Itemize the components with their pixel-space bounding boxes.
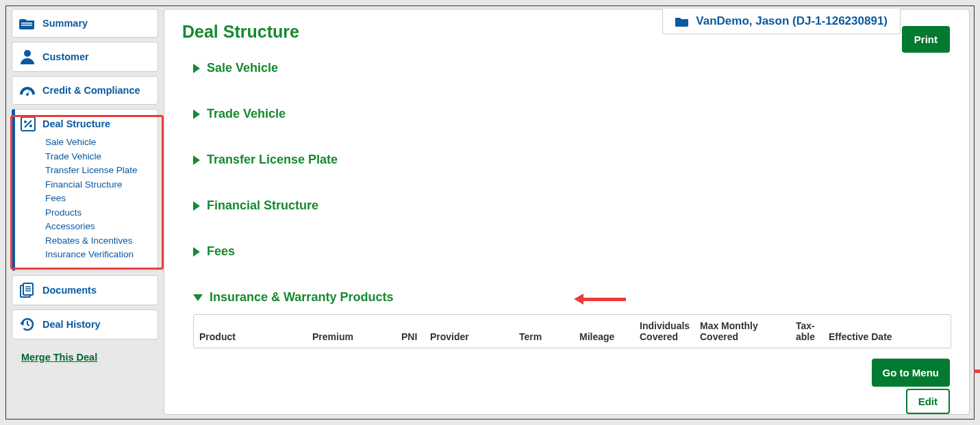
sidebar-item-label: Deal History bbox=[42, 319, 101, 330]
merge-deal-link[interactable]: Merge This Deal bbox=[21, 352, 97, 363]
sidebar-sub-insurance-verification[interactable]: Insurance Verification bbox=[45, 248, 149, 262]
deal-badge[interactable]: VanDemo, Jason (DJ-1-126230891) bbox=[662, 9, 901, 34]
section-title: Fees bbox=[207, 244, 235, 259]
svg-rect-0 bbox=[21, 23, 32, 24]
caret-right-icon bbox=[193, 247, 200, 257]
th-effective-date: Effective Date bbox=[829, 331, 931, 342]
section-insurance-warranty[interactable]: Insurance & Warranty Products bbox=[182, 290, 951, 305]
th-product: Product bbox=[199, 331, 312, 342]
section-transfer-license[interactable]: Transfer License Plate bbox=[182, 153, 951, 167]
deal-icon bbox=[21, 116, 36, 131]
sidebar: Summary Customer Credit & Compliance Dea… bbox=[6, 6, 162, 419]
sidebar-sub-products[interactable]: Products bbox=[45, 206, 149, 220]
th-max-monthly-covered: Max Monthly Covered bbox=[700, 320, 796, 342]
main-panel: VanDemo, Jason (DJ-1-126230891) Print De… bbox=[164, 9, 970, 415]
th-provider: Provider bbox=[430, 331, 519, 342]
products-table: Product Premium PNI Provider Term Mileag… bbox=[193, 314, 951, 348]
caret-right-icon bbox=[193, 64, 200, 73]
annotation-arrow-right bbox=[974, 366, 980, 376]
svg-point-3 bbox=[26, 93, 29, 96]
section-title: Financial Structure bbox=[207, 198, 318, 213]
sidebar-item-deal-history[interactable]: Deal History bbox=[12, 309, 158, 339]
sidebar-item-label: Deal Structure bbox=[42, 118, 110, 129]
sidebar-item-label: Documents bbox=[42, 285, 97, 296]
section-fees[interactable]: Fees bbox=[182, 244, 951, 259]
th-premium: Premium bbox=[312, 331, 401, 342]
section-trade-vehicle[interactable]: Trade Vehicle bbox=[182, 107, 951, 121]
section-title: Insurance & Warranty Products bbox=[210, 290, 393, 305]
caret-right-icon bbox=[193, 110, 200, 119]
caret-right-icon bbox=[193, 155, 200, 165]
sidebar-item-label: Credit & Compliance bbox=[42, 85, 140, 96]
sidebar-item-summary[interactable]: Summary bbox=[12, 9, 158, 38]
gauge-icon bbox=[19, 83, 36, 97]
section-title: Trade Vehicle bbox=[207, 107, 286, 121]
th-pni: PNI bbox=[401, 331, 430, 342]
sidebar-sub-trade-vehicle[interactable]: Trade Vehicle bbox=[45, 150, 149, 164]
sidebar-item-deal-structure[interactable]: Deal Structure Sale Vehicle Trade Vehicl… bbox=[12, 109, 158, 271]
edit-button[interactable]: Edit bbox=[906, 389, 950, 414]
folder-open-icon bbox=[675, 16, 689, 27]
sidebar-item-credit[interactable]: Credit & Compliance bbox=[12, 76, 158, 105]
caret-down-icon bbox=[193, 294, 203, 301]
sidebar-sub-sale-vehicle[interactable]: Sale Vehicle bbox=[45, 136, 149, 150]
history-icon bbox=[19, 317, 36, 332]
deal-badge-label: VanDemo, Jason (DJ-1-126230891) bbox=[696, 14, 888, 28]
sidebar-item-customer[interactable]: Customer bbox=[12, 42, 158, 72]
sidebar-sub-fees[interactable]: Fees bbox=[45, 192, 149, 206]
sidebar-item-documents[interactable]: Documents bbox=[12, 275, 158, 305]
sidebar-sub-list: Sale Vehicle Trade Vehicle Transfer Lice… bbox=[21, 136, 149, 262]
th-term: Term bbox=[519, 331, 579, 342]
svg-rect-1 bbox=[21, 25, 32, 26]
svg-point-6 bbox=[29, 125, 32, 127]
folder-icon bbox=[19, 16, 36, 30]
sidebar-sub-transfer-license[interactable]: Transfer License Plate bbox=[45, 164, 149, 178]
print-button[interactable]: Print bbox=[902, 26, 950, 53]
person-icon bbox=[19, 49, 36, 64]
sidebar-sub-accessories[interactable]: Accessories bbox=[45, 220, 149, 234]
table-header-row: Product Premium PNI Provider Term Mileag… bbox=[194, 315, 951, 348]
section-financial-structure[interactable]: Financial Structure bbox=[182, 198, 951, 213]
svg-point-5 bbox=[24, 120, 27, 123]
sidebar-sub-rebates[interactable]: Rebates & Incentives bbox=[45, 234, 149, 248]
go-to-menu-button[interactable]: Go to Menu bbox=[872, 359, 951, 387]
sidebar-sub-financial-structure[interactable]: Financial Structure bbox=[45, 178, 149, 192]
caret-right-icon bbox=[193, 201, 200, 211]
sidebar-item-label: Summary bbox=[42, 18, 88, 29]
documents-icon bbox=[19, 283, 36, 298]
section-title: Transfer License Plate bbox=[207, 153, 338, 167]
th-mileage: Mileage bbox=[579, 331, 640, 342]
section-title: Sale Vehicle bbox=[207, 61, 278, 75]
th-taxable: Tax-able bbox=[796, 320, 829, 342]
sidebar-item-label: Customer bbox=[42, 51, 89, 62]
svg-point-2 bbox=[24, 50, 31, 57]
sidebar-group-title: Deal Structure bbox=[21, 116, 149, 131]
section-sale-vehicle[interactable]: Sale Vehicle bbox=[182, 61, 951, 75]
app-container: Summary Customer Credit & Compliance Dea… bbox=[5, 5, 975, 420]
th-individuals-covered: Individuals Covered bbox=[640, 320, 700, 342]
